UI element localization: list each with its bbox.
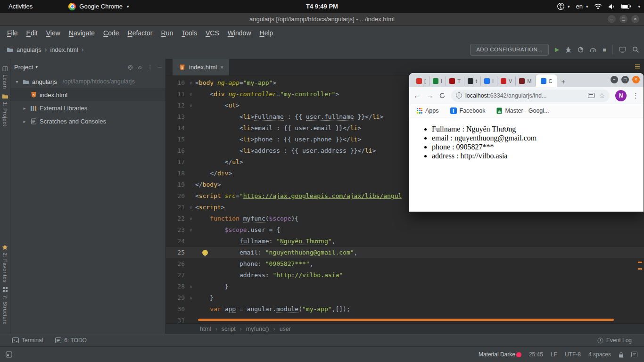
maximize-button[interactable]: □ (619, 15, 627, 23)
breadcrumb-myfunc[interactable]: myfunc() (246, 326, 269, 332)
tree-item-angularjs[interactable]: ▾angularjs/opt/lampp/htdocs/angularjs (10, 75, 165, 88)
chevron-right-icon[interactable]: ▸ (22, 106, 27, 111)
error-stripe-mark[interactable] (638, 268, 642, 270)
chevron-right-icon[interactable]: ▸ (22, 119, 27, 124)
browser-tab[interactable]: V (497, 76, 516, 86)
browser-tab[interactable]: [ (413, 76, 429, 86)
close-button[interactable]: × (631, 15, 639, 23)
fold-collapse-icon[interactable]: ∨ (187, 213, 195, 224)
minimize-button[interactable]: − (608, 15, 616, 23)
event-log-button[interactable]: Event Log (597, 337, 632, 344)
chevron-down-icon[interactable]: ▾ (14, 79, 20, 84)
debug-button[interactable] (565, 47, 571, 53)
readonly-lock-icon[interactable] (619, 352, 624, 358)
profile-avatar[interactable]: N (615, 90, 627, 101)
intention-bulb-icon[interactable] (202, 250, 208, 255)
status-widget-icon[interactable] (631, 352, 637, 357)
wifi-icon[interactable] (594, 3, 602, 9)
file-encoding[interactable]: UTF-8 (565, 351, 581, 358)
menu-item-view[interactable]: View (42, 29, 65, 37)
menu-item-vcs[interactable]: VCS (201, 29, 223, 37)
browser-close-button[interactable]: × (632, 76, 640, 83)
code-line[interactable]: 27 address: "http://vilbo.asia" (166, 270, 644, 281)
keyboard-layout[interactable]: en (576, 3, 582, 10)
menu-item-help[interactable]: Help (256, 29, 278, 37)
browser-minimize-button[interactable]: − (611, 76, 618, 83)
locate-file-icon[interactable]: ◎ (128, 64, 132, 70)
browser-tab[interactable]: M (516, 76, 535, 86)
indent-info[interactable]: 4 spaces (588, 351, 611, 358)
new-tab-button[interactable]: + (561, 77, 565, 85)
search-everywhere-button[interactable] (632, 46, 639, 53)
menu-item-run[interactable]: Run (157, 29, 178, 37)
menu-item-tools[interactable]: Tools (177, 29, 201, 37)
fold-collapse-icon[interactable]: ∨ (187, 202, 195, 213)
menu-item-refactor[interactable]: Refactor (124, 29, 157, 37)
forward-button[interactable]: → (426, 91, 433, 99)
fold-expand-icon[interactable]: ∧ (187, 292, 195, 304)
attach-to-process-button[interactable] (619, 47, 626, 53)
back-button[interactable]: ← (413, 91, 421, 99)
hide-panel-icon[interactable]: ─ (157, 64, 162, 70)
run-button[interactable]: ▶ (555, 46, 559, 53)
browser-menu-icon[interactable]: ⋮ (632, 91, 639, 100)
code-line[interactable]: 29∧ } (166, 292, 644, 304)
todo-button[interactable]: 6: TODO (55, 337, 87, 344)
toolwindow-button-7-structure[interactable]: 7: Structure (2, 287, 8, 325)
fold-expand-icon[interactable]: ∧ (187, 281, 195, 292)
fold-collapse-icon[interactable]: ∨ (187, 224, 195, 236)
code-line[interactable]: 25 email: "nguyenthuong@gmail.com", (166, 247, 644, 258)
menu-item-code[interactable]: Code (99, 29, 123, 37)
volume-icon[interactable] (608, 4, 615, 9)
line-separator[interactable]: LF (551, 351, 557, 358)
breadcrumb-index-html[interactable]: index.html (50, 46, 78, 53)
error-stripe-mark[interactable] (638, 262, 642, 263)
accessibility-icon[interactable] (557, 3, 564, 10)
bookmark-apps[interactable]: Apps (417, 107, 439, 114)
chevron-down-icon[interactable]: ▾ (638, 4, 640, 9)
browser-maximize-button[interactable]: □ (621, 76, 629, 83)
theme-indicator[interactable]: Material Darke (479, 351, 521, 358)
tool-window-switcher-icon[interactable] (6, 351, 12, 358)
tree-item-scratches-and-consoles[interactable]: ▸Scratches and Consoles (10, 115, 165, 128)
ide-title-bar[interactable]: angularjs [/opt/lampp/htdocs/angularjs] … (0, 13, 644, 26)
close-tab-icon[interactable]: × (220, 64, 223, 71)
code-line[interactable]: 23∨ $scope.user = { (166, 224, 644, 236)
bookmark-facebook[interactable]: fFacebook (450, 107, 486, 114)
menu-item-window[interactable]: Window (223, 29, 256, 37)
breadcrumb-angularjs[interactable]: angularjs (17, 46, 41, 53)
address-bar[interactable]: i localhost :63342/angularjs/ind... ☆ (451, 90, 610, 102)
fold-collapse-icon[interactable]: ∨ (187, 77, 195, 89)
options-menu-icon[interactable]: ⋮ (147, 64, 153, 70)
bookmark-master-googl[interactable]: Master - Googl... (496, 107, 549, 114)
chevron-down-icon[interactable]: ▾ (35, 65, 38, 69)
browser-tab[interactable]: I (429, 76, 446, 86)
activities-button[interactable]: Activities (6, 3, 35, 10)
collapse-all-icon[interactable] (137, 65, 142, 70)
browser-tab[interactable]: T (446, 76, 464, 86)
app-menu[interactable]: Google Chrome ▾ (68, 3, 129, 10)
stop-button[interactable]: ■ (603, 46, 606, 53)
fold-collapse-icon[interactable]: ∨ (187, 89, 195, 100)
breadcrumb-script[interactable]: script (222, 326, 236, 332)
toolwindow-button-learn[interactable]: Learn (2, 66, 8, 89)
code-line[interactable]: 28∧ } (166, 281, 644, 292)
add-configuration-button[interactable]: ADD CONFIGURATION... (470, 44, 549, 56)
tree-item-external-libraries[interactable]: ▸External Libraries (10, 101, 165, 115)
menu-item-navigate[interactable]: Navigate (65, 29, 99, 37)
menu-item-edit[interactable]: Edit (22, 29, 42, 37)
project-panel-header[interactable]: Project ▾ ◎ ⋮ ─ (10, 59, 165, 75)
tree-item-index-html[interactable]: 5index.html (10, 88, 165, 101)
horizontal-scrollbar[interactable] (198, 319, 614, 321)
code-line[interactable]: 26 phone: "0905827***", (166, 258, 644, 270)
inspection-profile-icon[interactable] (635, 64, 640, 69)
code-line[interactable]: 24 fullname: "Nguyên Thương", (166, 236, 644, 247)
toolwindow-button-1-project[interactable]: 1: Project (2, 93, 8, 126)
battery-icon[interactable] (621, 4, 631, 9)
editor-tab-index-html[interactable]: 5 index.html × (173, 59, 229, 75)
browser-tab-active[interactable]: C (536, 74, 558, 87)
page-info-icon[interactable]: i (456, 92, 462, 99)
browser-tab[interactable]: I (481, 76, 497, 86)
save-card-icon[interactable] (588, 93, 594, 98)
system-tray[interactable]: ▾ en▾ ▾ (557, 0, 640, 13)
